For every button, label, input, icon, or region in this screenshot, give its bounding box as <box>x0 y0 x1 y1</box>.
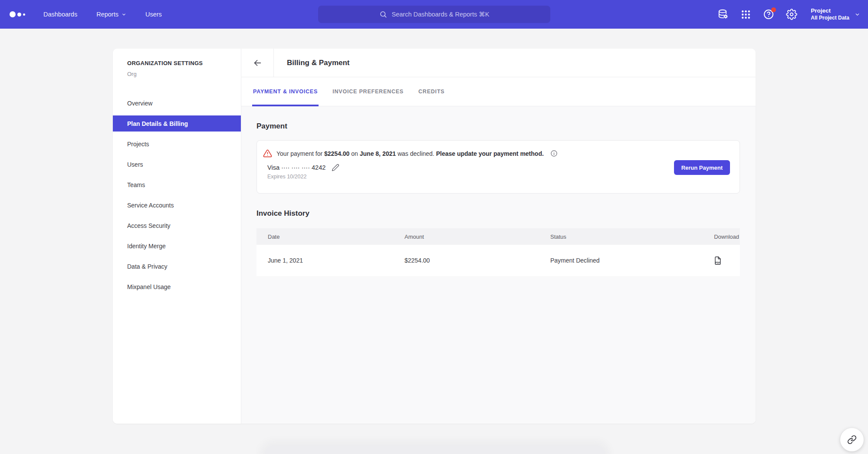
help-icon[interactable] <box>763 9 774 20</box>
tab-content: Payment Your payment for $2254.00 on Jun… <box>241 106 756 424</box>
copy-link-button[interactable] <box>840 428 864 451</box>
notification-badge <box>771 7 776 12</box>
search-placeholder: Search Dashboards & Reports ⌘K <box>392 11 490 18</box>
invoice-table: Date Amount Status Download June 1, 2021… <box>256 228 740 276</box>
sidebar-item-data-privacy[interactable]: Data & Privacy <box>113 256 241 276</box>
chevron-down-icon <box>122 12 126 17</box>
sidebar-item-plan-details-billing[interactable]: Plan Details & Billing <box>113 115 241 132</box>
mixpanel-logo[interactable] <box>10 11 25 17</box>
nav-links: Dashboards Reports Users <box>43 11 162 18</box>
nav-right-cluster: Project All Project Data <box>717 0 860 29</box>
alert-date: June 8, 2021 <box>360 150 396 157</box>
sidebar-item-mixpanel-usage[interactable]: Mixpanel Usage <box>113 276 241 297</box>
tab-credits[interactable]: CREDITS <box>418 77 445 106</box>
payment-method-row: Visa ···· ···· ···· 4242 <box>267 164 730 171</box>
download-pdf-icon[interactable]: PDF <box>713 256 722 265</box>
alert-triangle-icon <box>263 149 272 158</box>
sidebar-menu: Overview Plan Details & Billing Projects… <box>113 93 241 297</box>
back-button[interactable] <box>241 49 273 77</box>
nav-item-label: Dashboards <box>43 11 77 18</box>
page-header: Billing & Payment <box>241 49 756 77</box>
column-header-date: Date <box>256 234 404 240</box>
billing-tabs: PAYMENT & INVOICES INVOICE PREFERENCES C… <box>241 77 756 106</box>
sidebar-org-name: Org <box>127 71 241 77</box>
rerun-payment-button[interactable]: Rerun Payment <box>674 160 730 175</box>
alert-text: Your payment for $2254.00 on June 8, 202… <box>276 150 544 157</box>
nav-item-label: Reports <box>96 11 118 18</box>
invoice-table-header: Date Amount Status Download <box>256 228 740 245</box>
bottom-overlay-bar <box>266 446 604 454</box>
nav-item-label: Users <box>145 11 162 18</box>
logo-dot-small <box>23 13 25 16</box>
column-header-download: Download <box>689 234 740 240</box>
invoice-amount: $2254.00 <box>404 257 550 264</box>
chevron-down-icon <box>855 12 860 17</box>
card-number-masked: Visa ···· ···· ···· 4242 <box>267 164 326 171</box>
sidebar-title: ORGANIZATION SETTINGS <box>127 60 241 66</box>
data-management-icon[interactable] <box>717 9 729 20</box>
top-nav: Dashboards Reports Users Search Dashboar… <box>0 0 868 29</box>
invoice-status: Payment Declined <box>550 257 689 264</box>
settings-panel: ORGANIZATION SETTINGS Org Overview Plan … <box>113 49 756 424</box>
settings-gear-icon[interactable] <box>786 9 797 20</box>
page-title: Billing & Payment <box>287 59 350 67</box>
link-icon <box>847 435 857 444</box>
sidebar-item-users[interactable]: Users <box>113 154 241 174</box>
tab-payment-invoices[interactable]: PAYMENT & INVOICES <box>252 77 319 106</box>
logo-dot-medium <box>17 13 21 16</box>
edit-pencil-icon[interactable] <box>332 164 339 171</box>
search-input[interactable]: Search Dashboards & Reports ⌘K <box>318 6 550 23</box>
alert-amount: $2254.00 <box>324 150 349 157</box>
table-row: June 1, 2021 $2254.00 Payment Declined P… <box>256 245 740 276</box>
alert-action: Please update your payment method. <box>436 150 544 157</box>
project-value: All Project Data <box>811 15 849 21</box>
payment-card: Your payment for $2254.00 on June 8, 202… <box>256 140 740 194</box>
card-expiry: Expires 10/2022 <box>267 174 730 180</box>
sidebar-item-teams[interactable]: Teams <box>113 174 241 195</box>
arrow-left-icon <box>253 58 262 68</box>
column-header-amount: Amount <box>404 234 550 240</box>
payment-section-title: Payment <box>256 106 740 131</box>
sidebar-item-identity-merge[interactable]: Identity Merge <box>113 236 241 256</box>
logo-dot-large <box>10 11 16 17</box>
org-settings-sidebar: ORGANIZATION SETTINGS Org Overview Plan … <box>113 49 241 424</box>
payment-declined-alert: Your payment for $2254.00 on June 8, 202… <box>263 149 730 158</box>
sidebar-item-access-security[interactable]: Access Security <box>113 215 241 236</box>
invoice-date: June 1, 2021 <box>256 257 404 264</box>
tab-invoice-preferences[interactable]: INVOICE PREFERENCES <box>332 77 404 106</box>
column-header-status: Status <box>550 234 689 240</box>
nav-item-reports[interactable]: Reports <box>96 11 126 18</box>
sidebar-item-overview[interactable]: Overview <box>113 93 241 113</box>
search-icon <box>379 10 387 18</box>
nav-item-users[interactable]: Users <box>145 11 162 18</box>
sidebar-item-projects[interactable]: Projects <box>113 134 241 154</box>
billing-content: Billing & Payment PAYMENT & INVOICES INV… <box>241 49 756 424</box>
info-icon[interactable] <box>550 150 558 157</box>
project-label: Project <box>811 7 849 15</box>
project-selector-text: Project All Project Data <box>811 7 849 21</box>
invoice-history-title: Invoice History <box>256 209 740 218</box>
project-selector[interactable]: Project All Project Data <box>811 7 860 21</box>
header-divider <box>273 49 274 77</box>
svg-text:PDF: PDF <box>715 261 720 263</box>
apps-grid-icon[interactable] <box>740 9 751 20</box>
nav-item-dashboards[interactable]: Dashboards <box>43 11 77 18</box>
sidebar-item-service-accounts[interactable]: Service Accounts <box>113 195 241 215</box>
